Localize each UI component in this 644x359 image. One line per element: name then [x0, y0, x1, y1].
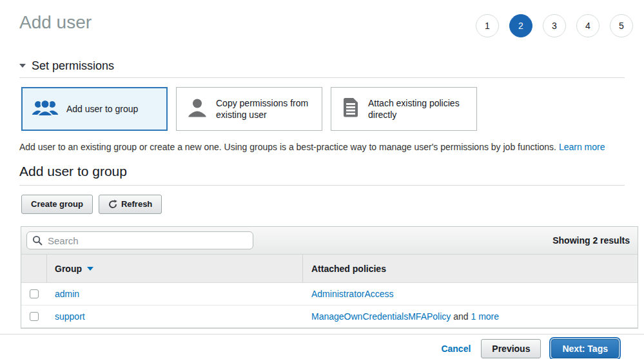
policy-text: and	[451, 311, 471, 322]
results-count: Showing 2 results	[552, 235, 630, 246]
group-link[interactable]: support	[55, 311, 85, 322]
refresh-button[interactable]: Refresh	[99, 195, 162, 214]
column-label-policies: Attached policies	[311, 264, 386, 274]
sort-caret-icon	[87, 267, 93, 271]
card-label: Copy permissions from existing user	[216, 97, 314, 121]
page-title: Add user	[19, 12, 92, 33]
search-icon	[32, 235, 43, 246]
card-label: Add user to group	[66, 103, 138, 115]
card-label: Attach existing policies directly	[368, 97, 469, 121]
permission-option-cards: Add user to group Copy permissions from …	[21, 87, 625, 131]
column-label-group: Group	[55, 264, 82, 274]
policy-link[interactable]: AdministratorAccess	[311, 289, 394, 299]
table-header-row: Group Attached policies	[21, 255, 638, 283]
row-checkbox[interactable]	[30, 289, 39, 298]
group-icon	[32, 99, 58, 119]
card-add-user-to-group[interactable]: Add user to group	[21, 87, 168, 131]
step-indicator: 12345	[476, 14, 633, 37]
previous-button[interactable]: Previous	[481, 339, 541, 358]
step-4[interactable]: 4	[576, 14, 600, 37]
page-header: Add user 12345	[0, 0, 644, 37]
column-header-group[interactable]: Group	[47, 255, 303, 282]
table-row: supportManageOwnCredentialsMFAPolicy and…	[21, 306, 638, 328]
group-actions: Create group Refresh	[21, 195, 625, 214]
add-user-wizard-page: Add user 12345 Set permissions	[0, 0, 644, 359]
search-input[interactable]	[46, 235, 248, 247]
next-tags-button[interactable]: Next: Tags	[551, 339, 619, 358]
table-body: adminAdministratorAccesssupportManageOwn…	[21, 283, 638, 328]
policy-link[interactable]: 1 more	[471, 311, 499, 322]
row-checkbox[interactable]	[30, 312, 39, 321]
card-copy-permissions[interactable]: Copy permissions from existing user	[176, 87, 322, 131]
step-5[interactable]: 5	[610, 14, 633, 37]
group-link[interactable]: admin	[55, 289, 79, 299]
description-text: Add user to an existing group or create …	[19, 142, 559, 152]
wizard-footer: Cancel Previous Next: Tags	[0, 334, 644, 359]
policy-link[interactable]: ManageOwnCredentialsMFAPolicy	[311, 311, 451, 322]
search-box[interactable]	[26, 231, 253, 249]
step-3[interactable]: 3	[543, 14, 566, 37]
create-group-button[interactable]: Create group	[21, 195, 93, 214]
header-checkbox-cell	[21, 255, 47, 282]
refresh-icon	[108, 200, 117, 209]
card-attach-policies[interactable]: Attach existing policies directly	[331, 87, 477, 131]
cancel-button[interactable]: Cancel	[441, 344, 471, 354]
groups-table: Showing 2 results Group Attached policie…	[21, 226, 638, 329]
step-1[interactable]: 1	[476, 14, 499, 37]
document-icon	[342, 97, 360, 121]
learn-more-link[interactable]: Learn more	[559, 142, 605, 152]
user-icon	[187, 97, 208, 121]
group-section-title: Add user to group	[19, 163, 625, 186]
table-row: adminAdministratorAccess	[21, 283, 638, 306]
section-title: Set permissions	[32, 59, 114, 72]
step-2[interactable]: 2	[509, 14, 532, 37]
table-toolbar: Showing 2 results	[21, 227, 638, 255]
column-header-attached-policies: Attached policies	[303, 255, 638, 282]
section-description: Add user to an existing group or create …	[19, 141, 625, 153]
refresh-label: Refresh	[121, 200, 152, 209]
collapse-caret-icon	[19, 64, 26, 68]
set-permissions-section-header[interactable]: Set permissions	[19, 59, 625, 78]
